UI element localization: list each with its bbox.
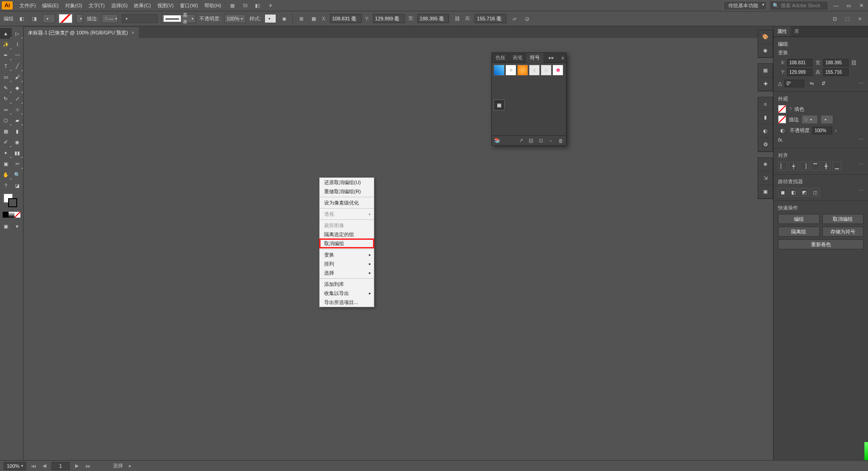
ctx-undo-ungroup[interactable]: 还原取消编组(U) bbox=[320, 178, 374, 187]
symbol-library-icon[interactable]: 📚 bbox=[494, 137, 501, 144]
color-guide-icon[interactable]: ◉ bbox=[758, 44, 773, 57]
pathfinder-exclude[interactable]: ◫ bbox=[811, 188, 820, 197]
symbol-swatch[interactable]: ✽ bbox=[552, 65, 563, 76]
type-tool[interactable]: T bbox=[0, 61, 12, 71]
shape-icon[interactable]: ▱ bbox=[510, 14, 519, 23]
place-symbol-icon[interactable]: ↗ bbox=[517, 137, 524, 144]
panel-tab-symbols[interactable]: 符号 bbox=[526, 53, 543, 63]
workspace-switcher[interactable]: 传统基本功能 bbox=[723, 1, 767, 10]
ctx-export-selection[interactable]: 导出所选项目... bbox=[320, 298, 374, 307]
corner-icon[interactable]: ◶ bbox=[523, 14, 532, 23]
menu-window[interactable]: 窗口(W) bbox=[177, 0, 201, 11]
symbol-swatch[interactable] bbox=[494, 65, 505, 76]
symbol-swatch[interactable]: ▮ bbox=[529, 65, 540, 76]
isolate-icon[interactable]: ⊡ bbox=[830, 14, 839, 23]
stroke-panel-icon[interactable]: ≡ bbox=[758, 97, 773, 111]
clip-icon[interactable]: ⬚ bbox=[843, 14, 852, 23]
flip-horizontal-icon[interactable]: ⇋ bbox=[807, 79, 816, 88]
transparency-panel-icon[interactable]: ◐ bbox=[758, 124, 773, 138]
appearance-more-icon[interactable]: ⋯ bbox=[859, 137, 863, 143]
setup-icon[interactable]: ≡ bbox=[855, 14, 864, 23]
prop-w-value[interactable]: 188.395 bbox=[823, 59, 849, 67]
ctx-select[interactable]: 选择▸ bbox=[320, 268, 374, 277]
align-right[interactable]: ▕ bbox=[800, 162, 809, 171]
break-link-icon[interactable]: ⛓ bbox=[527, 137, 534, 144]
menu-type[interactable]: 文字(T) bbox=[85, 0, 108, 11]
first-artboard-icon[interactable]: ⏮ bbox=[30, 462, 37, 470]
flip-vertical-icon[interactable]: ⇵ bbox=[819, 79, 828, 88]
hand-tool[interactable]: ✋ bbox=[0, 169, 12, 180]
pathfinder-minus-front[interactable]: ◧ bbox=[789, 188, 798, 197]
screen-mode-normal[interactable]: ▣ bbox=[0, 221, 12, 232]
libraries-tab[interactable]: 库 bbox=[791, 26, 803, 36]
quick-isolate-button[interactable]: 隔离组 bbox=[778, 227, 820, 237]
stroke-profile[interactable]: 基本▾ bbox=[161, 14, 196, 23]
panel-menu-icon[interactable]: ≡ bbox=[560, 55, 566, 61]
asset-export-icon[interactable]: ⇲ bbox=[758, 171, 773, 185]
pen-tool[interactable]: ✒ bbox=[0, 50, 12, 61]
color-panel-icon[interactable]: 🎨 bbox=[758, 30, 773, 44]
align-vcenter[interactable]: ╋ bbox=[821, 162, 830, 171]
next-artboard-icon[interactable]: ▶ bbox=[73, 462, 80, 470]
selection-tool[interactable]: ▲ bbox=[0, 28, 12, 39]
stroke-profile-prop[interactable]: ▾ bbox=[821, 115, 833, 124]
scale-tool[interactable]: ⤢ bbox=[12, 93, 24, 104]
stock-icon[interactable]: St bbox=[241, 2, 249, 9]
layers-panel-icon[interactable]: ❖ bbox=[758, 158, 773, 171]
menu-effect[interactable]: 效果(C) bbox=[131, 0, 154, 11]
symbol-swatch[interactable]: ▦ bbox=[494, 100, 505, 110]
stroke-weight-prop[interactable]: ♢▾ bbox=[802, 115, 818, 124]
fill-swatch[interactable]: ▾ bbox=[42, 14, 55, 23]
ctrl-y-value[interactable]: 129.999 毫 bbox=[373, 14, 405, 23]
rectangle-tool[interactable]: ▭ bbox=[0, 71, 12, 82]
color-mode-none[interactable] bbox=[14, 212, 20, 218]
document-tab[interactable]: 未标题-1 [已恢复]* @ 100% (RGB/GPU 预览) × bbox=[24, 27, 139, 38]
stroke-icon[interactable]: ◨ bbox=[30, 14, 39, 23]
quick-ungroup-button[interactable]: 取消编组 bbox=[822, 214, 864, 224]
adobe-stock-search[interactable]: 🔍搜索 Adobe Stock bbox=[769, 1, 828, 10]
window-maximize[interactable]: ▭ bbox=[844, 2, 854, 9]
panel-collapse-icon[interactable]: ▸▸ bbox=[547, 55, 556, 61]
transform-more-icon[interactable]: ⋯ bbox=[859, 81, 863, 86]
quick-group-button[interactable]: 编组 bbox=[778, 214, 820, 224]
shaper-tool[interactable]: ✎ bbox=[0, 82, 12, 93]
direct-selection-tool[interactable]: ▷ bbox=[12, 28, 24, 39]
quick-save-symbol-button[interactable]: 存储为符号 bbox=[822, 227, 864, 237]
fill-icon[interactable]: ◧ bbox=[17, 14, 26, 23]
column-graph-tool[interactable]: ▮▮ bbox=[12, 147, 24, 158]
ctx-isolate-group[interactable]: 隔离选定的组 bbox=[320, 230, 374, 239]
menu-view[interactable]: 视图(V) bbox=[154, 0, 177, 11]
ctx-arrange[interactable]: 排列▸ bbox=[320, 259, 374, 268]
ctrl-h-value[interactable]: 155.716 毫 bbox=[475, 14, 506, 23]
prop-rotation[interactable]: 0° bbox=[784, 80, 804, 87]
fill-stroke-indicator[interactable] bbox=[0, 193, 23, 210]
panel-tab-swatches[interactable]: 色板 bbox=[492, 53, 509, 63]
symbol-swatch[interactable]: ⚙ bbox=[541, 65, 552, 76]
fx-label[interactable]: fx. bbox=[778, 137, 783, 143]
align-bottom[interactable]: ▁ bbox=[832, 162, 841, 171]
link-wh-icon[interactable]: ⛓ bbox=[850, 60, 858, 66]
shape-builder-tool[interactable]: ⬡ bbox=[0, 115, 12, 126]
symbol-swatch[interactable] bbox=[517, 65, 528, 76]
link-wh-icon[interactable]: ⛓ bbox=[453, 14, 462, 23]
prop-h-value[interactable]: 155.716 bbox=[823, 68, 849, 76]
window-minimize[interactable]: — bbox=[831, 2, 841, 9]
align-top[interactable]: ▔ bbox=[811, 162, 820, 171]
transform-icon[interactable]: ▦ bbox=[309, 14, 318, 23]
ctx-collect-export[interactable]: 收集以导出▸ bbox=[320, 289, 374, 298]
menu-file[interactable]: 文件(F) bbox=[16, 0, 39, 11]
last-artboard-icon[interactable]: ⏭ bbox=[84, 462, 91, 470]
menu-edit[interactable]: 编辑(E) bbox=[39, 0, 62, 11]
prev-artboard-icon[interactable]: ◀ bbox=[41, 462, 48, 470]
ctrl-w-value[interactable]: 188.395 毫 bbox=[417, 14, 449, 23]
menu-select[interactable]: 选择(S) bbox=[108, 0, 131, 11]
magic-wand-tool[interactable]: ✨ bbox=[0, 39, 12, 50]
perspective-tool[interactable]: ▰ bbox=[12, 115, 24, 126]
ctx-transform[interactable]: 变换▸ bbox=[320, 250, 374, 259]
artboards-panel-icon[interactable]: ▣ bbox=[758, 185, 773, 199]
prop-x-value[interactable]: 108.831 bbox=[787, 59, 812, 67]
opacity-value[interactable]: 100%▾ bbox=[224, 14, 246, 23]
rotate-tool[interactable]: ↻ bbox=[0, 93, 12, 104]
opacity-value-prop[interactable]: 100% bbox=[812, 127, 832, 134]
properties-tab[interactable]: 属性 bbox=[774, 26, 791, 36]
